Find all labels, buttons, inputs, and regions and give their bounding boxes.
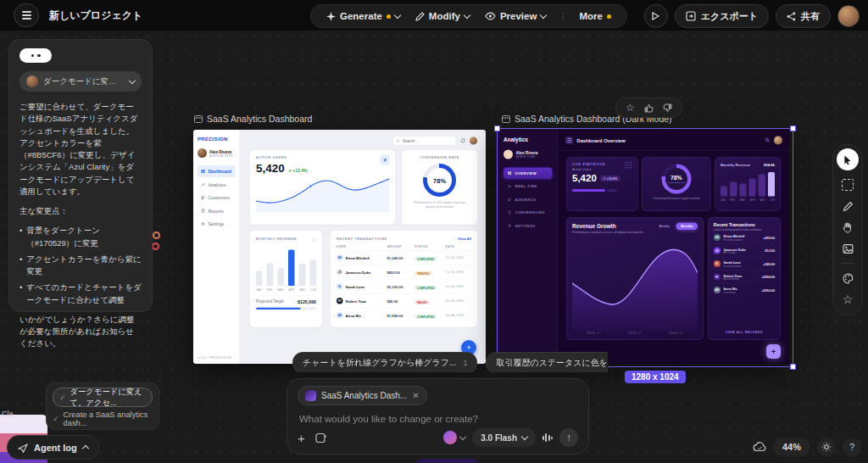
revenue-bar-chart: [256, 247, 316, 286]
table-row[interactable]: SLSarah Lane $2,100.00 COMPLETED Oct 10,…: [337, 280, 471, 294]
light-nav-settings[interactable]: Settings: [198, 218, 236, 230]
theme-tool[interactable]: [841, 271, 854, 285]
table-row[interactable]: RTRobert Tuan $45.00 FAILED Oct 09, 2023: [337, 294, 471, 309]
generate-button[interactable]: Generate: [320, 5, 407, 27]
dark-nav-settings[interactable]: SETTINGS: [504, 220, 553, 232]
thumbs-up-icon[interactable]: [644, 103, 654, 113]
axis-label: MAY: [760, 198, 765, 201]
avatar: [198, 148, 207, 158]
attach-button[interactable]: +: [298, 432, 305, 444]
chat-collapse-pill[interactable]: [19, 48, 52, 63]
document-icon: [201, 209, 205, 213]
sparkle-button[interactable]: [380, 155, 390, 165]
dark-brand: Analytics: [504, 137, 553, 143]
theme-color-selector[interactable]: [443, 431, 465, 444]
suggestion-chip[interactable]: 取引履歴のステータスに色をつけて2: [486, 352, 608, 372]
agent-log-button[interactable]: Agent log: [7, 435, 99, 460]
list-item[interactable]: EM Elena MitchellPro Subscription +$99.0…: [714, 232, 775, 245]
revenue-month-labels: JANFEBMARAPRMAYJUN: [256, 288, 316, 292]
table-row[interactable]: EMElena Mitchell $1,240.00 COMPLETED Oct…: [337, 251, 471, 265]
chevron-down-icon: [129, 77, 136, 84]
user-avatar[interactable]: [837, 5, 860, 27]
project-title: 新しいプロジェクト: [49, 8, 142, 23]
voice-input-icon[interactable]: [542, 433, 553, 442]
chevron-down-icon: [394, 12, 401, 19]
more-button[interactable]: More: [572, 5, 617, 27]
resize-handle[interactable]: [790, 364, 796, 370]
play-button[interactable]: [644, 4, 668, 28]
image-tool[interactable]: [841, 242, 854, 255]
share-icon: [787, 12, 796, 21]
thumbs-down-icon[interactable]: [663, 103, 672, 113]
notification-dot: [607, 14, 611, 19]
resize-handle[interactable]: [790, 126, 796, 131]
monthly-toggle[interactable]: Monthly: [676, 223, 697, 231]
theme-toggle-button[interactable]: [817, 438, 836, 456]
zoom-level[interactable]: 44%: [773, 438, 810, 456]
marquee-tool[interactable]: [841, 178, 854, 192]
bell-icon[interactable]: [460, 138, 465, 144]
star-tool[interactable]: ☆: [841, 293, 854, 306]
dark-nav-overview[interactable]: OVERVIEW: [504, 168, 553, 180]
dark-nav-conversions[interactable]: CONVERSIONS: [504, 207, 553, 219]
light-search[interactable]: [392, 137, 456, 146]
bar: [768, 172, 775, 197]
main-toolbar: Generate Modify Preview ⋮ More: [310, 4, 627, 28]
dark-nav-realtime[interactable]: REAL-TIME: [504, 181, 553, 192]
hand-tool[interactable]: [841, 220, 854, 234]
kebab-menu-icon[interactable]: ⋮: [312, 237, 317, 243]
list-item[interactable]: SL Sarah LaneCustom Domain +$45.00: [714, 258, 775, 271]
light-nav-dashboard[interactable]: Dashboard: [198, 165, 236, 177]
dark-nav-audience[interactable]: AUDIENCE: [504, 194, 553, 206]
cloud-icon[interactable]: [753, 442, 766, 452]
share-button[interactable]: 共有: [776, 4, 831, 28]
avatar[interactable]: [470, 137, 477, 145]
palette-icon: [843, 273, 854, 284]
list-item[interactable]: JD Jameson DukeAPI Credits -$12.50: [714, 244, 775, 258]
modify-button[interactable]: Modify: [409, 5, 476, 27]
frame-light-dashboard[interactable]: PRECISION Alex RiveraADMIN ACCESS Dashbo…: [193, 130, 486, 364]
hamburger-menu-button[interactable]: [14, 3, 39, 27]
search-icon[interactable]: [765, 138, 771, 143]
suggestion-chip[interactable]: チャートを折れ線グラフから棒グラフ...1: [292, 352, 477, 372]
star-icon[interactable]: ☆: [626, 102, 635, 114]
cursor-tool[interactable]: [837, 148, 859, 170]
light-user: Alex RiveraADMIN ACCESS: [198, 148, 236, 158]
frame-label-light[interactable]: SaaS Analytics Dashboard: [194, 114, 312, 124]
help-button[interactable]: ?: [843, 438, 861, 456]
avatar[interactable]: [774, 136, 782, 144]
dark-conversion-donut: 78%CONVERSION: [661, 165, 691, 194]
context-chip[interactable]: SaaS Analytics Dash... ✕: [298, 386, 427, 405]
pencil-tool[interactable]: [841, 199, 854, 213]
tools-divider: [841, 263, 854, 264]
table-row[interactable]: AWAnna Wu $1,999.00 COMPLETED Oct 08, 20…: [337, 309, 471, 323]
prompt-input[interactable]: [298, 413, 581, 425]
add-frame-icon[interactable]: [315, 432, 327, 443]
view-all-records-link[interactable]: VIEW ALL RECORDS: [714, 327, 775, 335]
history-item[interactable]: ✓Create a SaaS analytics dash...: [53, 410, 153, 427]
preview-button[interactable]: Preview: [478, 5, 553, 27]
list-item[interactable]: RT Robert TuanAnnual Billing +$999.00: [714, 271, 775, 284]
light-nav-reports[interactable]: Reports: [198, 205, 236, 217]
send-button[interactable]: ↑: [559, 428, 578, 447]
prompt-input-box[interactable]: SaaS Analytics Dash... ✕ + 3.0 Flash ↑: [287, 378, 589, 455]
menu-icon[interactable]: [565, 137, 573, 144]
list-item[interactable]: AW Anna WuConsulting +$250.00: [714, 284, 775, 297]
weekly-toggle[interactable]: Weekly: [654, 223, 675, 231]
close-icon[interactable]: ✕: [412, 391, 419, 400]
table-row[interactable]: JDJameson Duke $850.50 PENDING Oct 11, 2…: [337, 265, 471, 280]
view-all-link[interactable]: View All: [458, 237, 471, 241]
model-selector[interactable]: 3.0 Flash: [472, 428, 536, 447]
collapsed-user-prompt[interactable]: ダークモードに変えて。...: [19, 71, 142, 92]
dark-revenue-bar-chart: [721, 171, 775, 197]
frame-dark-dashboard[interactable]: Analytics Alex RiveraADMIN PLAN OVERVIEW…: [498, 130, 790, 364]
dots-icon: [626, 162, 633, 169]
chart-icon: [201, 182, 205, 187]
dark-conversion-card: 78%CONVERSION Overall performance target…: [642, 157, 710, 211]
history-item[interactable]: ✓ダークモードに変えて。アクセ...: [53, 388, 153, 407]
add-button[interactable]: +: [766, 344, 781, 359]
light-nav-analytics[interactable]: Analytics: [198, 179, 236, 191]
light-search-input[interactable]: [402, 138, 453, 143]
export-button[interactable]: エクスポート: [675, 4, 769, 28]
light-nav-customers[interactable]: Customers: [198, 192, 236, 204]
